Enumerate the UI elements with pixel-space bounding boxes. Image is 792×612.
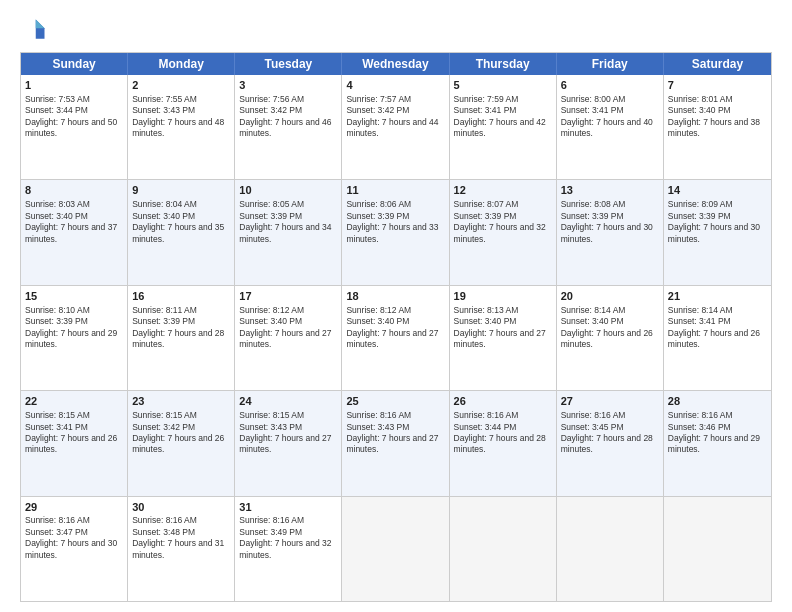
svg-marker-1 <box>36 20 45 29</box>
sunrise-text: Sunrise: 8:14 AM <box>561 305 626 315</box>
day-cell-20: 20Sunrise: 8:14 AMSunset: 3:40 PMDayligh… <box>557 286 664 390</box>
day-cell-19: 19Sunrise: 8:13 AMSunset: 3:40 PMDayligh… <box>450 286 557 390</box>
calendar-row-4: 22Sunrise: 8:15 AMSunset: 3:41 PMDayligh… <box>21 390 771 495</box>
sunset-text: Sunset: 3:44 PM <box>454 422 517 432</box>
sunrise-text: Sunrise: 8:16 AM <box>25 515 90 525</box>
daylight-text: Daylight: 7 hours and 30 minutes. <box>668 222 760 243</box>
daylight-text: Daylight: 7 hours and 42 minutes. <box>454 117 546 138</box>
day-cell-24: 24Sunrise: 8:15 AMSunset: 3:43 PMDayligh… <box>235 391 342 495</box>
day-number: 26 <box>454 394 552 409</box>
weekday-header-sunday: Sunday <box>21 53 128 75</box>
sunrise-text: Sunrise: 8:16 AM <box>561 410 626 420</box>
daylight-text: Daylight: 7 hours and 26 minutes. <box>132 433 224 454</box>
day-number: 8 <box>25 183 123 198</box>
sunrise-text: Sunrise: 8:09 AM <box>668 199 733 209</box>
day-number: 31 <box>239 500 337 515</box>
daylight-text: Daylight: 7 hours and 26 minutes. <box>25 433 117 454</box>
day-cell-11: 11Sunrise: 8:06 AMSunset: 3:39 PMDayligh… <box>342 180 449 284</box>
sunset-text: Sunset: 3:39 PM <box>132 316 195 326</box>
calendar-row-5: 29Sunrise: 8:16 AMSunset: 3:47 PMDayligh… <box>21 496 771 601</box>
daylight-text: Daylight: 7 hours and 28 minutes. <box>132 328 224 349</box>
sunrise-text: Sunrise: 8:16 AM <box>346 410 411 420</box>
day-number: 20 <box>561 289 659 304</box>
day-number: 3 <box>239 78 337 93</box>
daylight-text: Daylight: 7 hours and 50 minutes. <box>25 117 117 138</box>
logo <box>20 16 52 44</box>
day-number: 5 <box>454 78 552 93</box>
sunset-text: Sunset: 3:40 PM <box>561 316 624 326</box>
sunrise-text: Sunrise: 8:16 AM <box>132 515 197 525</box>
sunset-text: Sunset: 3:40 PM <box>454 316 517 326</box>
calendar-header: SundayMondayTuesdayWednesdayThursdayFrid… <box>21 53 771 75</box>
sunrise-text: Sunrise: 8:12 AM <box>239 305 304 315</box>
day-cell-8: 8Sunrise: 8:03 AMSunset: 3:40 PMDaylight… <box>21 180 128 284</box>
day-number: 22 <box>25 394 123 409</box>
day-cell-6: 6Sunrise: 8:00 AMSunset: 3:41 PMDaylight… <box>557 75 664 179</box>
weekday-header-tuesday: Tuesday <box>235 53 342 75</box>
day-number: 13 <box>561 183 659 198</box>
header <box>20 16 772 44</box>
daylight-text: Daylight: 7 hours and 29 minutes. <box>668 433 760 454</box>
day-number: 12 <box>454 183 552 198</box>
day-cell-2: 2Sunrise: 7:55 AMSunset: 3:43 PMDaylight… <box>128 75 235 179</box>
day-number: 17 <box>239 289 337 304</box>
day-cell-15: 15Sunrise: 8:10 AMSunset: 3:39 PMDayligh… <box>21 286 128 390</box>
daylight-text: Daylight: 7 hours and 27 minutes. <box>346 328 438 349</box>
day-cell-17: 17Sunrise: 8:12 AMSunset: 3:40 PMDayligh… <box>235 286 342 390</box>
day-number: 18 <box>346 289 444 304</box>
calendar: SundayMondayTuesdayWednesdayThursdayFrid… <box>20 52 772 602</box>
day-number: 24 <box>239 394 337 409</box>
sunset-text: Sunset: 3:40 PM <box>346 316 409 326</box>
sunset-text: Sunset: 3:39 PM <box>668 211 731 221</box>
day-cell-31: 31Sunrise: 8:16 AMSunset: 3:49 PMDayligh… <box>235 497 342 601</box>
sunset-text: Sunset: 3:47 PM <box>25 527 88 537</box>
calendar-body: 1Sunrise: 7:53 AMSunset: 3:44 PMDaylight… <box>21 75 771 601</box>
day-cell-22: 22Sunrise: 8:15 AMSunset: 3:41 PMDayligh… <box>21 391 128 495</box>
day-number: 16 <box>132 289 230 304</box>
day-number: 6 <box>561 78 659 93</box>
day-cell-23: 23Sunrise: 8:15 AMSunset: 3:42 PMDayligh… <box>128 391 235 495</box>
day-number: 7 <box>668 78 767 93</box>
sunrise-text: Sunrise: 8:16 AM <box>668 410 733 420</box>
sunrise-text: Sunrise: 8:10 AM <box>25 305 90 315</box>
day-number: 21 <box>668 289 767 304</box>
sunset-text: Sunset: 3:43 PM <box>239 422 302 432</box>
day-number: 19 <box>454 289 552 304</box>
day-number: 10 <box>239 183 337 198</box>
daylight-text: Daylight: 7 hours and 34 minutes. <box>239 222 331 243</box>
sunset-text: Sunset: 3:46 PM <box>668 422 731 432</box>
sunrise-text: Sunrise: 8:06 AM <box>346 199 411 209</box>
sunrise-text: Sunrise: 7:59 AM <box>454 94 519 104</box>
day-number: 2 <box>132 78 230 93</box>
day-cell-29: 29Sunrise: 8:16 AMSunset: 3:47 PMDayligh… <box>21 497 128 601</box>
day-number: 29 <box>25 500 123 515</box>
daylight-text: Daylight: 7 hours and 37 minutes. <box>25 222 117 243</box>
day-cell-13: 13Sunrise: 8:08 AMSunset: 3:39 PMDayligh… <box>557 180 664 284</box>
daylight-text: Daylight: 7 hours and 32 minutes. <box>454 222 546 243</box>
sunset-text: Sunset: 3:45 PM <box>561 422 624 432</box>
day-cell-4: 4Sunrise: 7:57 AMSunset: 3:42 PMDaylight… <box>342 75 449 179</box>
day-number: 23 <box>132 394 230 409</box>
day-number: 11 <box>346 183 444 198</box>
logo-icon <box>20 16 48 44</box>
daylight-text: Daylight: 7 hours and 30 minutes. <box>25 538 117 559</box>
daylight-text: Daylight: 7 hours and 40 minutes. <box>561 117 653 138</box>
daylight-text: Daylight: 7 hours and 32 minutes. <box>239 538 331 559</box>
sunset-text: Sunset: 3:41 PM <box>561 105 624 115</box>
day-number: 9 <box>132 183 230 198</box>
empty-cell <box>342 497 449 601</box>
day-cell-12: 12Sunrise: 8:07 AMSunset: 3:39 PMDayligh… <box>450 180 557 284</box>
sunrise-text: Sunrise: 8:15 AM <box>132 410 197 420</box>
day-number: 15 <box>25 289 123 304</box>
daylight-text: Daylight: 7 hours and 29 minutes. <box>25 328 117 349</box>
daylight-text: Daylight: 7 hours and 46 minutes. <box>239 117 331 138</box>
sunrise-text: Sunrise: 8:14 AM <box>668 305 733 315</box>
sunset-text: Sunset: 3:39 PM <box>239 211 302 221</box>
sunset-text: Sunset: 3:39 PM <box>25 316 88 326</box>
sunrise-text: Sunrise: 8:05 AM <box>239 199 304 209</box>
sunset-text: Sunset: 3:42 PM <box>346 105 409 115</box>
sunrise-text: Sunrise: 7:56 AM <box>239 94 304 104</box>
sunset-text: Sunset: 3:42 PM <box>132 422 195 432</box>
sunrise-text: Sunrise: 8:16 AM <box>454 410 519 420</box>
sunrise-text: Sunrise: 8:07 AM <box>454 199 519 209</box>
